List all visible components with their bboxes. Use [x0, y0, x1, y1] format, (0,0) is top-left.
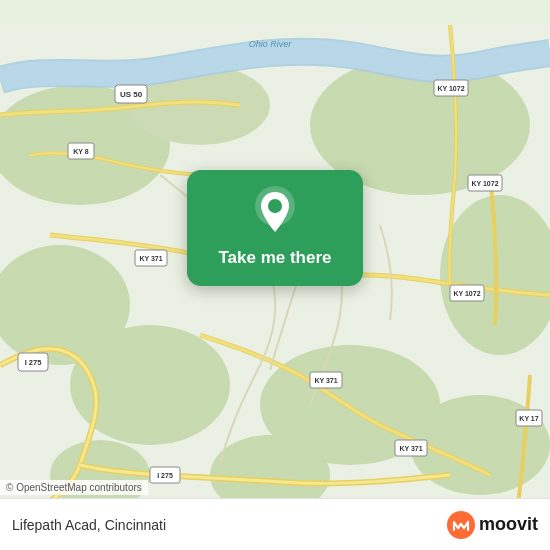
map-attribution: © OpenStreetMap contributors: [0, 480, 148, 495]
svg-text:US 50: US 50: [120, 90, 143, 99]
svg-text:KY 17: KY 17: [519, 415, 538, 422]
svg-text:KY 371: KY 371: [399, 445, 422, 452]
location-pin-icon: [249, 186, 301, 238]
svg-text:I 275: I 275: [157, 472, 173, 479]
svg-text:Ohio River: Ohio River: [249, 39, 293, 49]
location-label: Lifepath Acad, Cincinnati: [12, 517, 166, 533]
svg-text:KY 371: KY 371: [139, 255, 162, 262]
svg-text:KY 1072: KY 1072: [471, 180, 498, 187]
moovit-text: moovit: [479, 514, 538, 535]
bottom-bar: Lifepath Acad, Cincinnati moovit: [0, 498, 550, 550]
svg-text:KY 371: KY 371: [314, 377, 337, 384]
svg-text:KY 8: KY 8: [73, 148, 89, 155]
svg-text:I 275: I 275: [25, 358, 42, 367]
svg-text:KY 1072: KY 1072: [437, 85, 464, 92]
take-me-there-button[interactable]: Take me there: [218, 248, 331, 268]
svg-text:KY 1072: KY 1072: [453, 290, 480, 297]
map-container: Ohio River US 50: [0, 0, 550, 550]
cta-card[interactable]: Take me there: [187, 170, 363, 286]
moovit-logo: moovit: [447, 511, 538, 539]
svg-point-35: [268, 199, 282, 213]
moovit-icon: [447, 511, 475, 539]
